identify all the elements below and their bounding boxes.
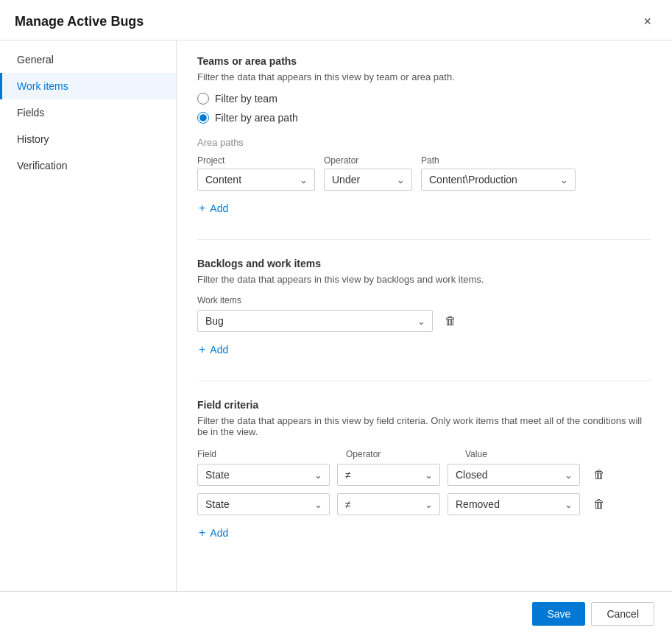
sidebar-item-history[interactable]: History	[0, 126, 176, 152]
dialog-body: General Work items Fields History Verifi…	[0, 40, 672, 591]
divider-2	[197, 381, 651, 381]
field-select-wrapper-1: State	[197, 464, 330, 486]
add-work-item-button[interactable]: + Add	[197, 339, 230, 360]
path-field-label: Path	[421, 155, 576, 166]
operator-column-label: Operator	[346, 449, 381, 459]
add-icon-criteria: +	[199, 527, 205, 539]
operator-select-wrapper: Under	[324, 169, 412, 191]
operator-select-2[interactable]: ≠	[337, 493, 440, 515]
criteria-row-1: State ≠ Closed 🗑	[197, 464, 651, 486]
filter-by-area-label[interactable]: Filter by area path	[197, 112, 651, 124]
path-select[interactable]: Content\Production	[421, 169, 576, 191]
delete-work-item-button[interactable]: 🗑	[439, 310, 462, 332]
value-select-2[interactable]: Removed	[448, 493, 580, 515]
project-select[interactable]: Content	[197, 169, 315, 191]
value-select-1[interactable]: Closed	[448, 464, 580, 486]
add-icon: +	[199, 202, 205, 214]
field-select-2[interactable]: State	[197, 493, 330, 515]
work-item-select-wrapper: Bug	[197, 310, 433, 332]
field-select-wrapper-2: State	[197, 493, 330, 515]
cancel-button[interactable]: Cancel	[591, 602, 654, 626]
teams-section-desc: Filter the data that appears in this vie…	[197, 71, 651, 82]
sidebar-item-general[interactable]: General	[0, 46, 176, 73]
project-field-label: Project	[197, 155, 315, 166]
value-column-label: Value	[465, 449, 487, 459]
teams-section-title: Teams or area paths	[197, 55, 651, 67]
field-select-1[interactable]: State	[197, 464, 330, 486]
project-field-group: Project Content	[197, 155, 315, 191]
save-button[interactable]: Save	[532, 602, 585, 626]
sidebar-item-work-items[interactable]: Work items	[0, 73, 176, 99]
operator-select[interactable]: Under	[324, 169, 412, 191]
value-select-wrapper-1: Closed	[448, 464, 580, 486]
dialog-header: Manage Active Bugs ×	[0, 0, 672, 40]
teams-section: Teams or area paths Filter the data that…	[197, 55, 651, 219]
field-criteria-title: Field criteria	[197, 399, 651, 411]
add-criteria-button[interactable]: + Add	[197, 523, 230, 543]
divider-1	[197, 239, 651, 240]
filter-by-team-radio[interactable]	[197, 93, 209, 105]
path-select-wrapper: Content\Production	[421, 169, 576, 191]
delete-criteria-2-button[interactable]: 🗑	[587, 493, 611, 515]
operator-field-group: Operator Under	[324, 155, 412, 191]
filter-by-team-label[interactable]: Filter by team	[197, 93, 651, 105]
backlogs-section-desc: Filter the data that appears in this vie…	[197, 274, 651, 285]
add-icon-backlogs: +	[199, 344, 205, 356]
sidebar: General Work items Fields History Verifi…	[0, 40, 177, 591]
area-paths-subtitle: Area paths	[197, 137, 651, 148]
criteria-headers: Field Operator Value	[197, 448, 651, 459]
trash-icon-1: 🗑	[593, 468, 605, 481]
main-content: Teams or area paths Filter the data that…	[177, 40, 672, 591]
field-criteria-desc: Filter the data that appears in this vie…	[197, 415, 651, 437]
work-item-select[interactable]: Bug	[197, 310, 433, 332]
operator-field-label: Operator	[324, 155, 412, 166]
trash-icon-2: 🗑	[593, 498, 605, 511]
project-select-wrapper: Content	[197, 169, 315, 191]
sidebar-item-fields[interactable]: Fields	[0, 99, 176, 126]
delete-criteria-1-button[interactable]: 🗑	[587, 464, 611, 486]
field-criteria-section: Field criteria Filter the data that appe…	[197, 399, 651, 543]
operator-select-wrapper-1: ≠	[337, 464, 440, 486]
backlogs-section: Backlogs and work items Filter the data …	[197, 258, 651, 360]
add-area-path-button[interactable]: + Add	[197, 198, 230, 219]
operator-select-wrapper-2: ≠	[337, 493, 440, 515]
trash-icon: 🗑	[445, 314, 456, 328]
backlogs-section-title: Backlogs and work items	[197, 258, 651, 269]
filter-by-area-radio[interactable]	[197, 112, 209, 124]
value-select-wrapper-2: Removed	[448, 493, 580, 515]
operator-select-1[interactable]: ≠	[337, 464, 440, 486]
manage-active-bugs-dialog: Manage Active Bugs × General Work items …	[0, 0, 672, 636]
filter-radio-group: Filter by team Filter by area path	[197, 93, 651, 124]
dialog-title: Manage Active Bugs	[15, 14, 144, 29]
field-column-label: Field	[197, 449, 216, 459]
area-paths-fields-row: Project Content Operator Under	[197, 155, 651, 191]
dialog-footer: Save Cancel	[0, 591, 672, 636]
sidebar-item-verification[interactable]: Verification	[0, 152, 176, 179]
work-items-label: Work items	[197, 295, 651, 305]
work-item-row: Bug 🗑	[197, 310, 651, 332]
path-field-group: Path Content\Production	[421, 155, 576, 191]
close-button[interactable]: ×	[637, 12, 657, 31]
criteria-row-2: State ≠ Removed 🗑	[197, 493, 651, 515]
